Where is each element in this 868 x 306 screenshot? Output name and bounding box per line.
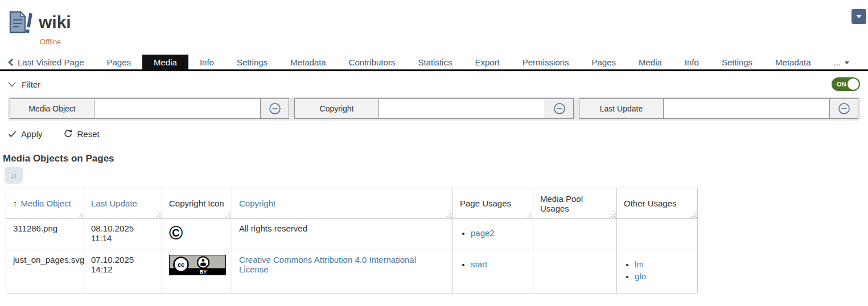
overflow-dots: ... [834, 57, 841, 67]
cell-copyright: All rights reserved [232, 219, 453, 250]
apply-button[interactable]: Apply [8, 129, 43, 139]
table-row: 311286.png 08.10.2025 11:14 © All rights… [6, 219, 698, 250]
usage-link[interactable]: lm [635, 259, 644, 269]
column-header-copyright[interactable]: Copyright [232, 188, 453, 219]
nav-last-visited-page[interactable]: Last Visited Page [0, 55, 95, 69]
column-resize-handle[interactable] [610, 212, 616, 218]
column-resize-handle[interactable] [526, 212, 532, 218]
tab-info-2[interactable]: Info [673, 55, 710, 69]
filter-group-last-update: Last Update [579, 98, 858, 119]
reset-button-label: Reset [77, 129, 100, 139]
column-resize-handle[interactable] [155, 212, 161, 218]
cell-page-usages: page2 [453, 219, 533, 250]
column-label: Media Pool Usages [540, 194, 583, 213]
filter-actions: Apply Reset [8, 126, 860, 142]
column-header-page-usages: Page Usages [453, 188, 533, 219]
filter-group-copyright: Copyright [294, 98, 574, 119]
column-resize-handle[interactable] [225, 212, 231, 218]
chevron-left-icon [8, 59, 13, 66]
table-header-row: ↑Media Object Last Update Copyright Icon… [6, 188, 698, 219]
sort-asc-icon: ↑ [13, 199, 18, 208]
cell-last-update: 07.10.2025 14:12 [84, 250, 162, 293]
tab-settings[interactable]: Settings [225, 55, 279, 69]
minus-circle-icon [269, 102, 281, 115]
app-header: wiki Offline [0, 0, 868, 48]
tab-metadata[interactable]: Metadata [279, 55, 338, 69]
cell-other-usages [617, 219, 698, 250]
filter-fields-row: Media Object Copyright Last Update [8, 97, 860, 121]
tab-export[interactable]: Export [463, 55, 511, 69]
media-object-filter-input[interactable] [94, 99, 260, 118]
toggle-on-label: ON [837, 81, 846, 88]
copyright-filter-input[interactable] [379, 99, 545, 118]
column-label: Media Object [21, 199, 71, 208]
column-header-copyright-icon: Copyright Icon [162, 188, 232, 219]
caret-down-icon [845, 61, 849, 64]
tab-metadata-2[interactable]: Metadata [764, 55, 822, 69]
tab-pages[interactable]: Pages [95, 55, 142, 69]
remove-media-object-filter-button[interactable] [260, 99, 289, 118]
app-menu-button[interactable] [851, 9, 866, 24]
last-update-filter-input[interactable] [664, 99, 829, 118]
offline-status-label: Offline [40, 38, 868, 46]
tab-media[interactable]: Media [142, 55, 188, 69]
usage-link[interactable]: glo [635, 271, 646, 281]
filter-label-media-object: Media Object [10, 99, 94, 118]
page-link[interactable]: page2 [471, 228, 495, 238]
reset-button[interactable]: Reset [63, 129, 100, 139]
column-header-last-update[interactable]: Last Update [84, 188, 162, 219]
filter-on-toggle[interactable]: ON [832, 77, 860, 91]
by-label: BY [200, 269, 207, 275]
check-icon [8, 130, 17, 138]
filter-label-copyright: Copyright [295, 99, 379, 118]
tab-contributors[interactable]: Contributors [338, 55, 407, 69]
column-label: Page Usages [460, 199, 511, 208]
chevron-down-icon[interactable] [8, 82, 16, 87]
tab-permissions[interactable]: Permissions [511, 55, 581, 69]
cell-copyright-icon: cc BY [162, 250, 232, 293]
cell-media-pool-usages [533, 219, 617, 250]
filter-panel: Filter ON Media Object Copyright [0, 71, 868, 142]
cell-media-pool-usages [533, 250, 617, 293]
cell-page-usages: start [453, 250, 533, 293]
tab-media-2[interactable]: Media [627, 55, 673, 69]
apply-button-label: Apply [21, 129, 43, 139]
tab-settings-2[interactable]: Settings [710, 55, 764, 69]
cc-letters: cc [178, 261, 184, 268]
column-label: Last Update [91, 199, 137, 208]
tab-overflow-menu[interactable]: ... [822, 55, 861, 69]
tab-pages-2[interactable]: Pages [580, 55, 627, 69]
wiki-logo-document-pencil-icon [8, 9, 33, 35]
filter-label-last-update: Last Update [579, 99, 664, 118]
main-navigation: Last Visited Page Pages Media Info Setti… [0, 55, 868, 71]
list-item: glo [635, 271, 690, 281]
cell-media-object: just_on_pages.svg [6, 250, 84, 293]
cc-by-badge-icon: cc BY [169, 255, 226, 275]
filter-title: Filter [22, 80, 40, 89]
license-link[interactable]: Creative Commons Attribution 4.0 Interna… [239, 255, 416, 274]
column-header-media-object[interactable]: ↑Media Object [6, 188, 84, 219]
cell-copyright-icon: © [162, 219, 232, 250]
column-label: Other Usages [624, 199, 677, 208]
list-item: page2 [471, 228, 526, 238]
remove-last-update-filter-button[interactable] [829, 99, 858, 118]
column-header-other-usages: Other Usages [617, 188, 698, 219]
table-row: just_on_pages.svg 07.10.2025 14:12 cc BY… [6, 250, 698, 293]
tab-statistics[interactable]: Statistics [406, 55, 463, 69]
page-link[interactable]: start [471, 259, 487, 269]
remove-copyright-filter-button[interactable] [545, 99, 573, 118]
toggle-knob [848, 78, 859, 90]
column-resize-handle[interactable] [446, 212, 452, 218]
sort-order-button[interactable]: ↓↑ [5, 167, 23, 184]
page-title: wiki [39, 14, 71, 31]
cell-copyright: Creative Commons Attribution 4.0 Interna… [232, 250, 453, 293]
cell-last-update: 08.10.2025 11:14 [84, 219, 162, 250]
media-objects-table: ↑Media Object Last Update Copyright Icon… [6, 188, 698, 293]
column-resize-handle[interactable] [690, 212, 697, 218]
tab-info[interactable]: Info [188, 55, 225, 69]
list-item: start [471, 259, 526, 269]
section-heading: Media Objects on Pages [3, 153, 868, 164]
minus-circle-icon [553, 102, 566, 115]
minus-circle-icon [838, 102, 850, 115]
column-resize-handle[interactable] [77, 212, 83, 218]
